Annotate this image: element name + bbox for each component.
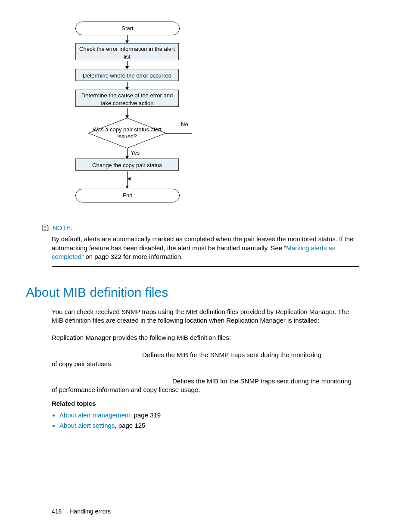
- connector: [127, 179, 192, 179]
- connector: [127, 148, 128, 157]
- flowchart-step-determine-cause: Determine the cause of the error and tak…: [75, 90, 179, 107]
- note-text-post: ” on page 322 for more information.: [81, 253, 183, 260]
- def1b: of copy pair statuses.: [52, 360, 113, 367]
- note-title: NOTE:: [53, 224, 72, 232]
- related-topics-heading: Related topics: [52, 399, 359, 408]
- mib-def-2: Defines the MIB for the SNMP traps sent …: [52, 377, 359, 395]
- related-topics-list: About alert management, page 319 About a…: [52, 411, 359, 430]
- mib-def-1: Defines the MIB for the SNMP traps sent …: [52, 351, 359, 368]
- decision-text: Was a copy pair status alert issued?: [88, 118, 166, 148]
- connector: [166, 133, 192, 134]
- page-footer: 418 Handling errors: [52, 507, 111, 516]
- page-ref: , page 125: [115, 422, 145, 429]
- flowchart-step-check-error: Check the error information in the alert…: [75, 43, 179, 60]
- flowchart: Start Check the error information in the…: [75, 22, 200, 207]
- def2b: of performance information and copy lice…: [52, 386, 200, 393]
- def1a: Defines the MIB for the SNMP traps sent …: [142, 351, 321, 358]
- section-p1: You can check received SNMP traps using …: [52, 308, 359, 325]
- section-p2: Replication Manager provides the followi…: [52, 333, 359, 342]
- decision-yes-label: Yes: [131, 149, 140, 157]
- connector: [192, 133, 192, 179]
- page-number: 418: [52, 508, 62, 515]
- decision-no-label: No: [181, 121, 188, 128]
- note-body: By default, alerts are automatically mar…: [52, 235, 359, 261]
- flowchart-end: End: [75, 189, 180, 202]
- arrow-left-icon: [128, 177, 131, 180]
- flowchart-decision: Was a copy pair status alert issued?: [88, 118, 166, 148]
- chapter-title: Handling errors: [69, 508, 111, 515]
- page-ref: , page 319: [130, 411, 161, 419]
- section-heading: About MIB definition files: [26, 284, 359, 302]
- about-alert-management-link[interactable]: About alert management: [59, 411, 130, 419]
- list-item: About alert management, page 319: [59, 411, 359, 420]
- note-header: NOTE:: [41, 224, 359, 232]
- note-block: NOTE: By default, alerts are automatical…: [52, 219, 359, 267]
- note-icon: [41, 224, 49, 232]
- flowchart-step-determine-where: Determine where the error occurred: [75, 69, 179, 81]
- def2a: Defines the MIB for the SNMP traps sent …: [172, 377, 352, 385]
- flowchart-step-change-status: Change the copy pair status: [75, 159, 179, 171]
- about-alert-settings-link[interactable]: About alert settings: [59, 422, 115, 429]
- list-item: About alert settings, page 125: [59, 421, 359, 430]
- flowchart-start: Start: [75, 22, 180, 35]
- arrow-down-icon: [125, 186, 129, 189]
- connector: [127, 108, 128, 116]
- document-page: Start Check the error information in the…: [0, 0, 411, 532]
